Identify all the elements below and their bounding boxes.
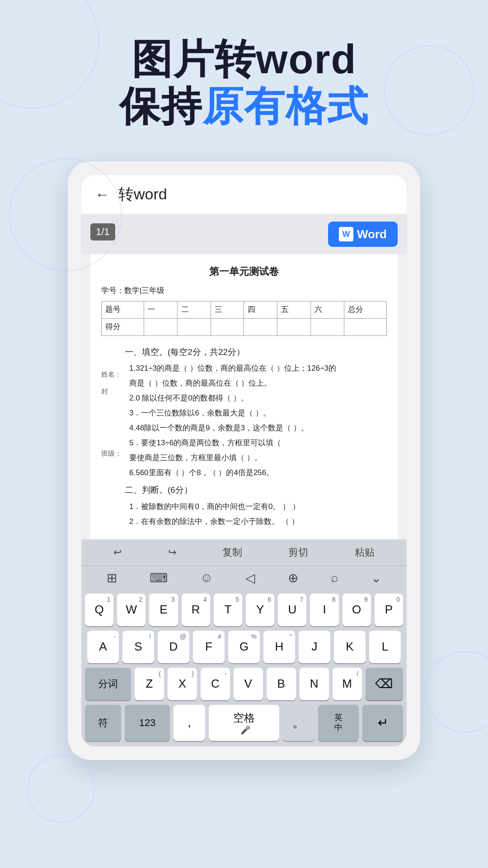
kbd-link-icon[interactable]: ⊕ [288, 571, 298, 585]
doc-q1: 1.321÷3的商是（ ）位数，商的最高位在（ ）位上；126÷3的 [125, 362, 387, 375]
undo-button[interactable]: ↩ [113, 547, 122, 558]
keyboard-row-3: 分词 (Z )X -C V B N /M ⌫ [85, 668, 403, 700]
key-fu[interactable]: 符 [85, 705, 121, 741]
key-e[interactable]: 3E [149, 594, 178, 626]
doc-title: 第一单元测试卷 [101, 263, 387, 280]
kbd-collapse-icon[interactable]: ⌄ [371, 571, 381, 585]
key-t[interactable]: 5T [214, 594, 242, 626]
kbd-emoji-icon[interactable]: ☺ [200, 571, 213, 585]
key-j[interactable]: J [299, 631, 330, 663]
cut-button[interactable]: 剪切 [288, 546, 308, 559]
key-i[interactable]: 8I [310, 594, 338, 626]
doc-left-labels: 姓名： 封 班级： [101, 341, 125, 530]
hero-title-prefix: 保持 [119, 84, 202, 129]
key-v[interactable]: V [234, 668, 263, 700]
keyboard-row-1: 1Q 2W 3E 4R 5T 6Y 7U 8I 9O 0P [85, 594, 403, 626]
redo-button[interactable]: ↪ [168, 547, 176, 558]
key-k[interactable]: K [334, 631, 366, 663]
kbd-search-icon[interactable]: ⌕ [331, 571, 338, 585]
doc-section2: 二、判断。(6分） [125, 483, 387, 497]
app-topbar-title: 转word [118, 184, 167, 205]
keyboard: 1Q 2W 3E 4R 5T 6Y 7U 8I 9O 0P -A !S @D #… [81, 590, 407, 746]
key-z[interactable]: (Z [135, 668, 164, 700]
doc-toolbar-row: 1/1 W Word [81, 214, 407, 254]
doc-table: 题号 一 二 三 四 五 六 总分 得分 [101, 301, 387, 336]
copy-button[interactable]: 复制 [222, 546, 242, 559]
key-a[interactable]: -A [87, 631, 119, 663]
key-enter[interactable]: ↵ [362, 705, 403, 741]
key-x[interactable]: )X [168, 668, 197, 700]
doc-xue-label: 学号： [101, 284, 124, 297]
doc-j1: 1．被除数的中间有0，商的中间也一定有0。 ） ） [125, 500, 387, 514]
key-o[interactable]: 9O [343, 594, 371, 626]
doc-q3: 3．一个三位数除以6，余数最大是（ ）。 [125, 407, 387, 420]
keyboard-top-row: ⊞ ⌨ ☺ ◁ ⊕ ⌕ ⌄ [81, 566, 407, 590]
hero-section: 图片转word 保持原有格式 [0, 0, 488, 148]
key-h[interactable]: "H [263, 631, 295, 663]
delete-key[interactable]: ⌫ [366, 668, 403, 700]
doc-grade: 数学|三年级 [124, 284, 164, 297]
hero-title-line2: 保持原有格式 [27, 83, 461, 130]
word-button[interactable]: W Word [328, 222, 398, 247]
key-space[interactable]: 空格 🎤 [209, 705, 279, 741]
key-comma[interactable]: ， [174, 705, 205, 741]
keyboard-row-2: -A !S @D #F %G "H J K L [85, 631, 403, 663]
page-badge: 1/1 [90, 223, 115, 241]
doc-q2: 2.0 除以任何不是0的数都得（ ）。 [125, 392, 387, 405]
key-lang[interactable]: 英中 [318, 705, 359, 741]
hero-title-line1: 图片转word [27, 36, 461, 83]
doc-j2: 2．在有余数的除法中，余数一定小于除数。 （ ） [125, 515, 387, 528]
kbd-grid-icon[interactable]: ⊞ [107, 571, 117, 585]
back-button[interactable]: ← [95, 186, 109, 203]
key-n[interactable]: N [300, 668, 329, 700]
doc-q5: 5．要使13÷6的商是两位数，方框里可以填（ [125, 437, 387, 450]
key-r[interactable]: 4R [182, 594, 210, 626]
key-b[interactable]: B [267, 668, 296, 700]
doc-content: 第一单元测试卷 学号： 数学|三年级 题号 一 二 三 四 五 六 总分 得分 [90, 254, 398, 539]
key-d[interactable]: @D [158, 631, 189, 663]
hero-title-blue: 原有格式 [202, 84, 369, 129]
key-q[interactable]: 1Q [85, 594, 113, 626]
key-l[interactable]: L [369, 631, 401, 663]
doc-main-content: 一、填空。(每空2分，共22分） 1.321÷3的商是（ ）位数，商的最高位在（… [125, 341, 387, 530]
key-g[interactable]: %G [228, 631, 260, 663]
key-y[interactable]: 6Y [246, 594, 274, 626]
key-s[interactable]: !S [122, 631, 154, 663]
key-w[interactable]: 2W [117, 594, 145, 626]
key-f[interactable]: #F [193, 631, 225, 663]
phone-mockup: ← 转word 1/1 W Word 第一单元测试卷 学号： 数学|三年级 [68, 161, 420, 760]
doc-q1b: 商是（ ）位数，商的最高位在（ ）位上。 [125, 377, 387, 390]
doc-section1: 一、填空。(每空2分，共22分） [125, 345, 387, 359]
keyboard-bottom-row: 符 123 ， 空格 🎤 。 英中 ↵ [85, 705, 403, 741]
doc-q4: 4.48除以一个数的商是9，余数是3，这个数是（ ）。 [125, 422, 387, 435]
key-u[interactable]: 7U [278, 594, 306, 626]
key-p[interactable]: 0P [375, 594, 403, 626]
paste-button[interactable]: 粘贴 [355, 546, 375, 559]
kbd-keyboard-icon[interactable]: ⌨ [150, 571, 168, 585]
doc-q5b: 要使商是三位数，方框里最小填（ ）。 [125, 452, 387, 465]
doc-q6: 6.560里面有（ ）个8，（ ）的4倍是256。 [125, 467, 387, 480]
key-fenci[interactable]: 分词 [85, 668, 131, 700]
key-m[interactable]: /M [333, 668, 362, 700]
word-icon: W [339, 227, 353, 241]
app-screen: ← 转word 1/1 W Word 第一单元测试卷 学号： 数学|三年级 [81, 175, 407, 746]
keyboard-toolbar: ↩ ↪ 复制 剪切 粘贴 [81, 539, 407, 566]
key-123[interactable]: 123 [125, 705, 170, 741]
app-topbar: ← 转word [81, 175, 407, 214]
key-c[interactable]: -C [201, 668, 230, 700]
kbd-voice-icon[interactable]: ◁ [245, 571, 255, 585]
key-period[interactable]: 。 [283, 705, 314, 741]
